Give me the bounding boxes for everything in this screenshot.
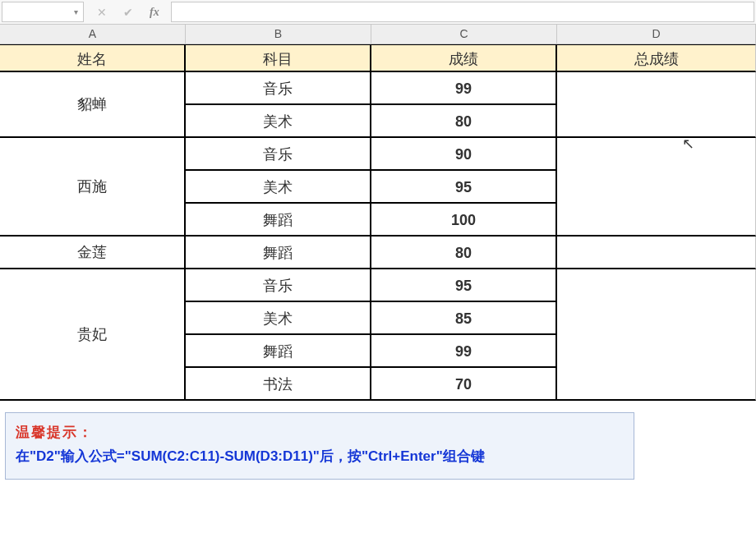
cell-subject[interactable]: 书法 [186,368,371,401]
cell-subject[interactable]: 音乐 [186,72,371,105]
cell-score[interactable]: 80 [371,237,557,269]
col-header-d[interactable]: D [557,25,756,44]
header-name[interactable]: 姓名 [0,44,186,72]
cell-subject[interactable]: 舞蹈 [186,335,371,368]
cell-score[interactable]: 95 [371,269,557,302]
confirm-icon[interactable]: ✔ [123,6,133,19]
cell-total[interactable] [557,72,756,138]
col-header-b[interactable]: B [186,25,371,44]
cell-name[interactable]: 金莲 [0,237,186,269]
row-group: 金莲舞蹈80 [0,237,756,269]
formula-bar-buttons: ✕ ✔ fx [85,0,171,24]
formula-bar: ▾ ✕ ✔ fx [0,0,756,25]
dropdown-icon[interactable]: ▾ [74,7,78,16]
cell-score[interactable]: 100 [371,204,557,237]
cell-score[interactable]: 70 [371,368,557,401]
formula-input[interactable] [171,2,754,22]
cell-score[interactable]: 95 [371,171,557,204]
cell-subject[interactable]: 音乐 [186,269,371,302]
cell-total[interactable] [557,269,756,401]
cell-name[interactable]: 貂蝉 [0,72,186,138]
header-score[interactable]: 成绩 [371,44,557,72]
cell-score[interactable]: 99 [371,335,557,368]
cell-total[interactable] [557,138,756,237]
cell-name[interactable]: 贵妃 [0,269,186,401]
cancel-icon[interactable]: ✕ [97,6,107,19]
cell-subject[interactable]: 舞蹈 [186,204,371,237]
header-total[interactable]: 总成绩 [557,44,756,72]
col-header-a[interactable]: A [0,25,186,44]
fx-icon[interactable]: fx [150,6,159,19]
cell-score[interactable]: 80 [371,105,557,138]
cell-name[interactable]: 西施 [0,138,186,237]
name-box[interactable]: ▾ [2,2,84,22]
spreadsheet-grid: 姓名 科目 成绩 总成绩 貂蝉音乐99美术80西施音乐90美术95舞蹈100金莲… [0,44,756,401]
row-group: 贵妃音乐95美术85舞蹈99书法70 [0,269,756,401]
row-group: 西施音乐90美术95舞蹈100 [0,138,756,237]
col-header-c[interactable]: C [371,25,557,44]
cell-score[interactable]: 99 [371,72,557,105]
header-subject[interactable]: 科目 [186,44,371,72]
cell-subject[interactable]: 美术 [186,105,371,138]
tip-body: 在"D2"输入公式="SUM(C2:C11)-SUM(D3:D11)"后，按"C… [16,445,624,469]
row-group: 貂蝉音乐99美术80 [0,72,756,138]
column-headers: A B C D [0,25,756,44]
tip-box: 温馨提示： 在"D2"输入公式="SUM(C2:C11)-SUM(D3:D11)… [5,412,634,480]
table-header-row: 姓名 科目 成绩 总成绩 [0,44,756,72]
cell-score[interactable]: 85 [371,302,557,335]
cell-subject[interactable]: 美术 [186,302,371,335]
cell-score[interactable]: 90 [371,138,557,171]
cell-subject[interactable]: 舞蹈 [186,237,371,269]
cell-subject[interactable]: 音乐 [186,138,371,171]
cell-total[interactable] [557,237,756,269]
cell-subject[interactable]: 美术 [186,171,371,204]
tip-title: 温馨提示： [16,421,624,445]
